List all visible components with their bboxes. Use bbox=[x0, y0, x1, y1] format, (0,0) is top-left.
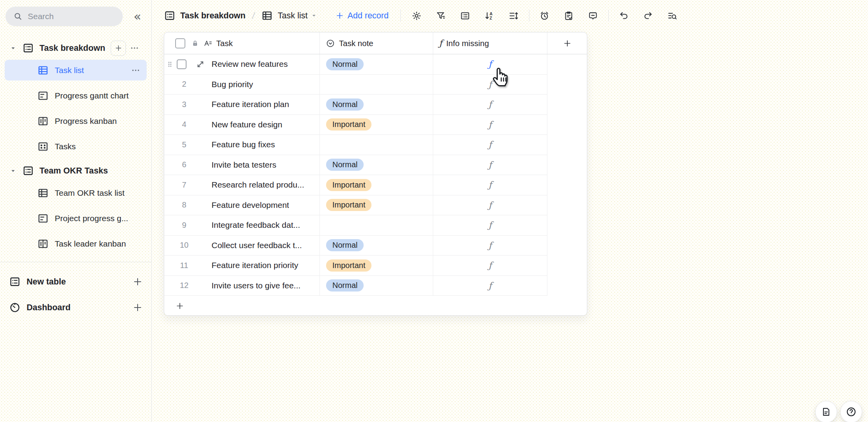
task-cell[interactable]: 2 Bug priority bbox=[164, 75, 320, 95]
table-row: 7 Research related produ... Important ƒ bbox=[164, 175, 587, 195]
base-icon bbox=[164, 10, 176, 21]
sidebar-item-label: Progress kanban bbox=[55, 116, 117, 126]
task-cell-text: Invite beta testers bbox=[212, 160, 276, 170]
sidebar-item-label: Task leader kanban bbox=[55, 239, 126, 249]
formula-cell[interactable]: ƒ bbox=[433, 115, 547, 135]
task-cell[interactable]: 1 Review new features bbox=[164, 54, 320, 75]
find-in-view-button[interactable] bbox=[660, 7, 685, 25]
sort-button[interactable] bbox=[477, 7, 502, 25]
add-view-button[interactable] bbox=[111, 41, 126, 56]
sidebar-collapse-button[interactable]: « bbox=[133, 10, 141, 23]
filter-button[interactable] bbox=[429, 7, 453, 25]
task-cell[interactable]: 7 Research related produ... bbox=[164, 175, 320, 195]
select-all-checkbox[interactable] bbox=[175, 38, 185, 48]
row-checkbox[interactable] bbox=[177, 59, 187, 69]
task-cell[interactable]: 11 Feature iteration priority bbox=[164, 256, 320, 276]
sidebar-item-dashboard[interactable]: Dashboard bbox=[9, 298, 143, 317]
formula-cell[interactable]: ƒ bbox=[433, 236, 547, 256]
note-cell[interactable]: Normal bbox=[320, 276, 433, 296]
table-row: 2 Bug priority ƒ bbox=[164, 75, 587, 95]
formula-icon: ƒ bbox=[488, 59, 492, 69]
note-badge: Normal bbox=[326, 58, 364, 70]
add-table-button[interactable] bbox=[133, 277, 143, 287]
note-cell[interactable]: Important bbox=[320, 195, 433, 216]
formula-cell[interactable]: ƒ bbox=[433, 195, 547, 216]
formula-cell[interactable]: ƒ bbox=[433, 95, 547, 115]
note-cell[interactable]: Normal bbox=[320, 155, 433, 175]
task-cell-text: Feature iteration plan bbox=[212, 100, 289, 109]
note-cell[interactable] bbox=[320, 135, 433, 155]
add-column-button[interactable] bbox=[547, 32, 587, 54]
note-cell[interactable]: Normal bbox=[320, 54, 433, 75]
breadcrumb-view-selector[interactable]: Task list bbox=[261, 10, 316, 21]
note-cell[interactable] bbox=[320, 75, 433, 95]
search-input[interactable]: Search bbox=[5, 7, 123, 26]
task-cell-text: Collect user feedback t... bbox=[212, 241, 302, 250]
note-cell[interactable]: Normal bbox=[320, 236, 433, 256]
sidebar-item-progress-gantt-chart[interactable]: Progress gantt chart bbox=[5, 85, 147, 106]
sidebar-item-new-table[interactable]: New table bbox=[9, 272, 143, 291]
chevron-down-icon[interactable] bbox=[10, 45, 16, 51]
add-row-button[interactable] bbox=[164, 296, 587, 316]
table-row: 4 New feature design Important ƒ bbox=[164, 115, 587, 135]
formula-cell[interactable]: ƒ bbox=[433, 276, 547, 296]
redo-button[interactable] bbox=[636, 7, 660, 25]
task-cell-text: Feature development bbox=[212, 200, 289, 210]
sidebar-item-label: New table bbox=[27, 277, 66, 287]
task-cell[interactable]: 3 Feature iteration plan bbox=[164, 95, 320, 115]
note-cell[interactable]: Important bbox=[320, 115, 433, 135]
hide-fields-button[interactable] bbox=[453, 7, 477, 25]
formula-cell[interactable]: ƒ bbox=[433, 135, 547, 155]
expand-record-icon[interactable] bbox=[195, 59, 205, 69]
reminder-button[interactable] bbox=[533, 7, 557, 25]
drag-handle-icon[interactable] bbox=[167, 60, 172, 69]
formula-cell[interactable]: ƒ bbox=[433, 75, 547, 95]
task-cell[interactable]: 4 New feature design bbox=[164, 115, 320, 135]
formula-cell[interactable]: ƒ bbox=[433, 256, 547, 276]
form-button[interactable] bbox=[557, 7, 581, 25]
task-cell[interactable]: 10 Collect user feedback t... bbox=[164, 236, 320, 256]
task-cell[interactable]: 9 Integrate feedback dat... bbox=[164, 215, 320, 236]
empty-cell bbox=[547, 256, 587, 276]
help-button[interactable] bbox=[840, 401, 862, 422]
sidebar-item-task-leader-kanban[interactable]: Task leader kanban bbox=[5, 233, 147, 254]
chevron-down-icon[interactable] bbox=[10, 168, 16, 174]
task-cell[interactable]: 6 Invite beta testers bbox=[164, 155, 320, 175]
note-cell[interactable]: Normal bbox=[320, 95, 433, 115]
add-record-button[interactable]: Add record bbox=[335, 11, 389, 21]
row-number: 12 bbox=[174, 281, 194, 290]
item-more-button[interactable] bbox=[131, 66, 140, 75]
task-cell[interactable]: 5 Feature bug fixes bbox=[164, 135, 320, 155]
column-header-info-missing[interactable]: ƒ Info missing bbox=[433, 32, 547, 54]
row-number: 4 bbox=[174, 120, 194, 129]
formula-cell[interactable]: ƒ bbox=[433, 155, 547, 175]
formula-cell[interactable]: ƒ bbox=[433, 175, 547, 195]
sidebar-item-progress-kanban[interactable]: Progress kanban bbox=[5, 111, 147, 131]
sidebar-item-team-okr-task-list[interactable]: Team OKR task list bbox=[5, 182, 147, 203]
task-cell[interactable]: 12 Invite users to give fee... bbox=[164, 276, 320, 296]
table-view-icon bbox=[37, 187, 49, 199]
row-number: 11 bbox=[174, 261, 194, 270]
note-cell[interactable] bbox=[320, 215, 433, 236]
note-cell[interactable]: Important bbox=[320, 175, 433, 195]
sidebar-item-tasks[interactable]: Tasks bbox=[5, 136, 147, 157]
add-dashboard-button[interactable] bbox=[133, 302, 143, 313]
sidebar-item-task-list[interactable]: Task list bbox=[5, 60, 147, 80]
sidebar-item-project-progress-gantt[interactable]: Project progress g... bbox=[5, 208, 147, 229]
row-height-button[interactable] bbox=[502, 7, 526, 25]
task-cell[interactable]: 8 Feature development bbox=[164, 195, 320, 216]
breadcrumb-root[interactable]: Task breakdown bbox=[164, 10, 246, 21]
row-number: 2 bbox=[174, 80, 194, 89]
app-root: Search « Task breakdown Task list Progre… bbox=[0, 0, 868, 422]
formula-cell[interactable]: ƒ bbox=[433, 54, 547, 75]
column-header-task[interactable]: Task bbox=[164, 32, 320, 54]
section-more-button[interactable] bbox=[130, 43, 139, 53]
undo-button[interactable] bbox=[612, 7, 636, 25]
settings-button[interactable] bbox=[405, 7, 429, 25]
row-number: 9 bbox=[174, 221, 194, 230]
formula-cell[interactable]: ƒ bbox=[433, 215, 547, 236]
comment-button[interactable] bbox=[581, 7, 605, 25]
note-cell[interactable]: Important bbox=[320, 256, 433, 276]
column-header-task-note[interactable]: Task note bbox=[320, 32, 433, 54]
changelog-button[interactable] bbox=[815, 401, 837, 422]
